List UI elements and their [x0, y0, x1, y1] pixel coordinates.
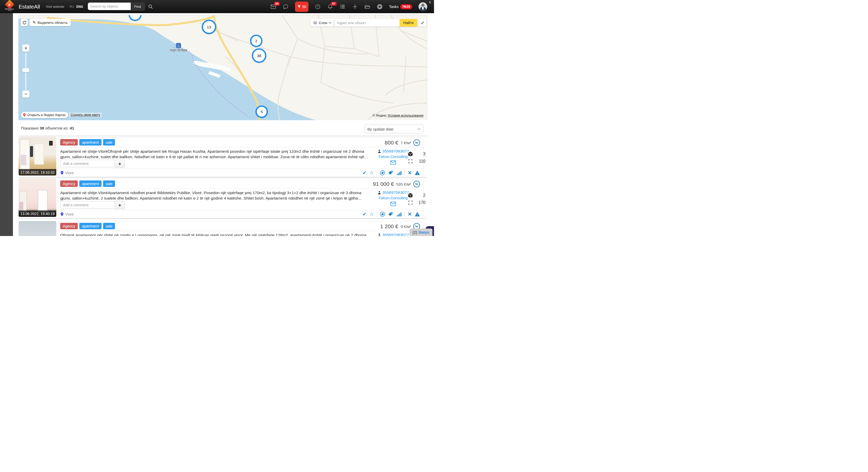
stats-bars-icon[interactable]	[397, 212, 402, 216]
photo-date-overlay: 17.06.2022, 19:10:32	[19, 169, 56, 176]
comment-input[interactable]	[60, 201, 115, 209]
select-area-button[interactable]: ✎ Выделить область	[29, 19, 71, 26]
zoom-out-button[interactable]: −	[22, 90, 29, 98]
phone-link[interactable]: 355697083077	[382, 190, 409, 195]
folder-icon[interactable]	[364, 4, 370, 10]
brand-title: EstateAll	[19, 4, 40, 10]
badge-apartment[interactable]: apartment	[79, 223, 101, 229]
badge-sale[interactable]: sale	[103, 180, 115, 187]
add-comment-button[interactable]: +	[115, 160, 125, 168]
pencil-icon: ✎	[33, 20, 36, 25]
location-label: Vlore	[65, 212, 74, 216]
email-icon[interactable]	[390, 160, 396, 165]
location-pin-icon	[60, 212, 64, 216]
wordpress-icon[interactable]: W	[413, 181, 420, 187]
tasks-button[interactable]: Tasks 76/26	[389, 4, 412, 9]
price-per-m2: 7 €/м²	[401, 141, 411, 145]
checklist-icon[interactable]	[339, 4, 346, 10]
photo-date-overlay: 13.06.2022, 19:40:19	[19, 210, 56, 217]
map-address-input[interactable]	[335, 19, 400, 27]
search-icon[interactable]	[148, 4, 153, 9]
tags-icon[interactable]	[388, 212, 394, 217]
agency-link[interactable]: Falcon.Consulting	[376, 154, 410, 159]
zoom-slider-track[interactable]: ::::	[25, 52, 26, 90]
add-comment-button[interactable]: +	[115, 201, 125, 209]
comment-input[interactable]	[60, 160, 115, 167]
location-label: Vlore	[65, 171, 74, 175]
map-cluster-marker[interactable]: 38	[252, 48, 266, 63]
favorite-star-icon[interactable]: ☆	[369, 170, 374, 175]
back-to-top-button[interactable]: (2) Вверх	[409, 229, 432, 236]
price-per-m2: 9 €/м²	[401, 224, 411, 229]
add-circle-icon[interactable]	[377, 4, 383, 10]
map-attribution: © Яндекс Условия использования	[373, 114, 424, 117]
map-fullscreen-button[interactable]	[418, 19, 426, 27]
listing-photo[interactable]: 13.06.2022, 19:40:19	[19, 178, 56, 217]
badge-sale[interactable]: sale	[103, 139, 115, 146]
favorite-star-icon[interactable]: ☆	[369, 212, 374, 216]
listing-photo[interactable]	[19, 221, 56, 236]
listing-card: Agency apartment sale 1 200 € 9 €/м² W O…	[58, 221, 424, 236]
badge-agency[interactable]: Agency	[60, 180, 78, 187]
map-find-button[interactable]: Найти	[400, 19, 417, 27]
map-refresh-button[interactable]	[21, 19, 28, 26]
tasks-label: Tasks	[389, 5, 399, 9]
price-block: 91 000 € 535 €/м² W	[373, 181, 420, 187]
approve-check-icon[interactable]: ✔	[363, 170, 367, 175]
help-icon[interactable]: ?	[315, 4, 321, 10]
zoom-in-button[interactable]: +	[22, 45, 29, 52]
email-icon[interactable]	[390, 202, 396, 206]
filter-button[interactable]: 50	[295, 2, 308, 12]
tags-icon[interactable]	[388, 170, 394, 176]
price-block: 800 € 7 €/м² W	[385, 139, 420, 146]
user-avatar[interactable]	[418, 2, 427, 11]
chat-icon[interactable]	[283, 4, 289, 10]
delete-x-icon[interactable]: ✕	[408, 212, 412, 216]
listing-photo[interactable]: 17.06.2022, 19:10:32	[19, 137, 56, 176]
area-value: 110	[412, 159, 426, 164]
listing-description[interactable]: Apartament në shitje-VlorëOfrojmë për sh…	[60, 149, 372, 159]
listing-description[interactable]: Apartament në shitje-VlorëApartamenti nd…	[60, 190, 372, 201]
location-row: Vlore	[60, 212, 74, 216]
find-button[interactable]: Find	[131, 3, 145, 10]
approve-check-icon[interactable]: ✔	[363, 212, 367, 216]
warning-icon[interactable]: !	[414, 170, 420, 175]
open-in-yandex-button[interactable]: Открыть в Яндекс.Картах	[21, 112, 68, 118]
layers-button[interactable]: Слои	[311, 19, 334, 27]
zoom-slider-handle[interactable]: ::::	[23, 68, 29, 72]
badge-agency[interactable]: Agency	[60, 223, 78, 229]
add-icon[interactable]	[352, 4, 358, 10]
map-cluster-marker[interactable]: 13	[202, 20, 216, 34]
map-cluster-marker[interactable]: 2	[250, 35, 262, 47]
create-map-link[interactable]: Создать свою карту	[69, 113, 101, 117]
watch-eye-icon[interactable]	[380, 211, 385, 217]
badge-apartment[interactable]: apartment	[79, 139, 101, 146]
phone-link[interactable]: 355697083077	[382, 149, 409, 153]
listing-description[interactable]: Ofrojmë apartament për shitje në zonën e…	[60, 232, 372, 236]
warning-icon[interactable]: !	[414, 212, 420, 216]
mail-icon[interactable]: 50	[270, 4, 276, 10]
stats-bars-icon[interactable]	[397, 171, 402, 175]
map-cluster-marker[interactable]: 5	[255, 106, 268, 118]
badge-agency[interactable]: Agency	[60, 139, 78, 146]
badge-sale[interactable]: sale	[103, 223, 115, 229]
lang-eng[interactable]: ENG	[76, 5, 83, 8]
area-value: 170	[412, 200, 426, 205]
badge-apartment[interactable]: apartment	[79, 180, 101, 187]
delete-x-icon[interactable]: ✕	[408, 170, 412, 175]
object-search-input[interactable]	[88, 3, 131, 10]
svg-text:!: !	[417, 172, 418, 175]
notifications-bell-icon[interactable]: 57	[327, 4, 333, 10]
agency-link[interactable]: Falcon.Consulting	[376, 196, 410, 200]
lang-ru[interactable]: RU	[69, 5, 74, 8]
ferry-port-poi[interactable]: ⚓ порт Влёра	[169, 43, 188, 52]
area-icon	[408, 159, 413, 164]
wordpress-icon[interactable]: W	[413, 139, 420, 146]
terms-link[interactable]: Условия использования	[388, 114, 424, 117]
map-canvas[interactable]: 13 2 38 5 ⚓ порт Влёра ✎ Выделить област…	[19, 15, 427, 120]
watch-eye-icon[interactable]	[380, 170, 385, 176]
visit-website-link[interactable]: Visit website	[46, 5, 64, 8]
app-logo[interactable]: e ESTATEALL Albania	[4, 1, 16, 13]
sort-select[interactable]: By update date	[365, 125, 424, 134]
phone-link[interactable]: 355697083077	[382, 233, 409, 236]
